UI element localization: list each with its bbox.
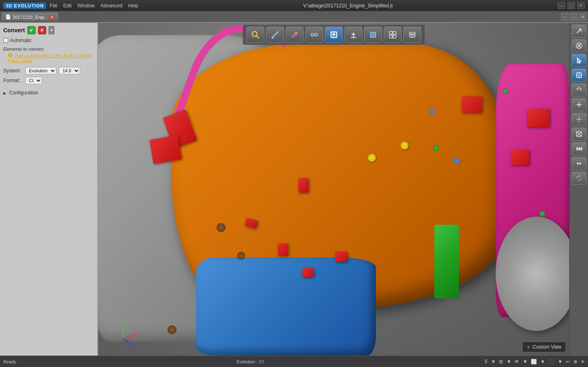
status-right[interactable]: ⊽ ▼ ⊞ ▼ 👁 ▼ ⬜ ▼ ⬛ ▼ ↩ ⊕ ✛ [484, 359, 585, 365]
blue-component [196, 257, 376, 356]
minimize-button[interactable]: − [558, 2, 565, 9]
element-dot-icon [8, 53, 12, 57]
left-panel: Convert ✔ ✕ ▼ Automatic Elements to conv… [0, 23, 98, 356]
svg-line-1 [257, 36, 259, 38]
title-bar-left: 3D EVOLUTION File Edit Window Advanced H… [3, 2, 138, 9]
doc-tab[interactable]: 📄 20171210_Engi... ✕ [2, 13, 58, 21]
toolbar-convert-button[interactable] [325, 27, 343, 43]
elements-value[interactable]: Part or Assembly, Solid, Body, Feature, … [3, 53, 94, 63]
box-icon[interactable]: ⬛ [548, 359, 554, 365]
automatic-label: Automatic [10, 38, 31, 43]
toolbar-layers-button[interactable] [403, 27, 421, 43]
ready-status: Ready [3, 359, 16, 364]
menu-edit[interactable]: Edit [63, 3, 72, 9]
sidebar-skip-button[interactable] [572, 142, 586, 155]
sidebar-add-button[interactable] [572, 98, 586, 111]
close-button[interactable]: ✕ [577, 2, 585, 9]
toolbar-upload-button[interactable] [344, 27, 362, 43]
convert-ok-button[interactable]: ✔ [27, 26, 36, 34]
toolbar-edit-button[interactable] [266, 27, 284, 43]
green-bolt-2 [433, 145, 439, 151]
menu-bar[interactable]: File Edit Window Advanced Help [49, 3, 138, 9]
svg-rect-6 [311, 34, 314, 36]
engine-scene[interactable]: + Custom View [98, 23, 569, 356]
sidebar-select-button[interactable] [572, 54, 586, 67]
system-select[interactable]: Evolution [25, 67, 56, 74]
toolbar-search-button[interactable] [246, 27, 264, 43]
crosshair-icon[interactable]: ✛ [581, 359, 585, 365]
doc-tab-close-button[interactable]: ✕ [49, 15, 54, 20]
window-controls[interactable]: − □ ✕ [558, 2, 585, 9]
menu-file[interactable]: File [49, 3, 57, 9]
svg-rect-4 [272, 37, 273, 39]
sidebar-cancel-button[interactable] [572, 39, 586, 52]
red-accent-5 [278, 244, 288, 256]
svg-rect-14 [372, 34, 374, 36]
cube-dropdown-icon[interactable]: ▼ [540, 359, 545, 365]
red-accent-9 [527, 109, 550, 127]
sidebar-rotate-button[interactable] [572, 83, 586, 96]
eye-dropdown-icon[interactable]: ▼ [523, 359, 528, 365]
yellow-bolt-2 [400, 141, 409, 150]
elements-label: Elements to convert: [3, 47, 94, 51]
green-bolt-3 [539, 211, 545, 217]
doc-tab-label: 20171210_Engi... [13, 15, 48, 20]
svg-rect-19 [409, 32, 415, 34]
filter-dropdown-icon[interactable]: ▼ [491, 359, 496, 365]
convert-cancel-button[interactable]: ✕ [38, 26, 46, 34]
sidebar-move-button[interactable] [572, 113, 586, 126]
sidebar-arrow-button[interactable] [572, 25, 586, 38]
config-arrow-icon: ▶ [3, 91, 6, 95]
svg-rect-18 [393, 35, 396, 38]
doc-tab-controls[interactable]: − □ ✕ [561, 13, 586, 20]
svg-point-0 [252, 31, 257, 36]
doc-restore-button[interactable]: □ [570, 13, 577, 20]
eye-icon[interactable]: 👁 [514, 359, 519, 365]
grid-icon[interactable]: ⊞ [499, 359, 503, 365]
doc-tab-icon: 📄 [5, 14, 11, 20]
custom-view-overlay[interactable]: + Custom View [522, 342, 566, 352]
zoom-fit-icon[interactable]: ⊕ [573, 359, 577, 365]
main-container: Convert ✔ ✕ ▼ Automatic Elements to conv… [0, 23, 588, 356]
doc-minimize-button[interactable]: − [561, 13, 568, 20]
menu-window[interactable]: Window [77, 3, 95, 9]
system-label: System: [3, 68, 23, 74]
automatic-checkbox[interactable] [3, 38, 8, 43]
status-mode: Evolution - Ct [237, 359, 264, 364]
brown-bolt-2 [237, 252, 245, 260]
format-label: Format: [3, 78, 23, 83]
toolbar-box-button[interactable] [364, 27, 382, 43]
convert-label: Convert [3, 27, 25, 34]
doc-close-button[interactable]: ✕ [579, 13, 586, 20]
configuration-section[interactable]: ▶ Configuration [3, 90, 94, 96]
sidebar-zoom-button[interactable] [572, 172, 586, 185]
red-accent-6 [335, 252, 347, 262]
sidebar-pan-button[interactable] [572, 157, 586, 170]
custom-view-label: Custom View [533, 344, 561, 350]
grid-dropdown-icon[interactable]: ▼ [506, 359, 511, 365]
toolbar [243, 25, 425, 45]
red-accent-7 [302, 268, 314, 277]
svg-marker-35 [579, 147, 582, 151]
3d-viewport[interactable]: Conversion i [98, 23, 569, 356]
undo-icon[interactable]: ↩ [566, 359, 570, 365]
sidebar-cross-button[interactable] [572, 128, 586, 141]
format-select[interactable]: Ct [25, 77, 42, 84]
cube-icon[interactable]: ⬜ [531, 359, 537, 365]
toolbar-grid-button[interactable] [384, 27, 402, 43]
filter-icon[interactable]: ⊽ [484, 359, 488, 365]
convert-dropdown-button[interactable]: ▼ [49, 26, 54, 34]
maximize-button[interactable]: □ [568, 2, 575, 9]
filepath-display: V:\ablage\20171210_Engine_Simplified.jt [303, 3, 393, 9]
format-field-row: Format: Ct [3, 77, 94, 84]
toolbar-chain-button[interactable] [305, 27, 323, 43]
sidebar-box-button[interactable] [572, 69, 586, 82]
right-sidebar [569, 23, 588, 356]
system-version-select[interactable]: 14.0 [59, 67, 80, 74]
menu-advanced[interactable]: Advanced [101, 3, 122, 9]
svg-rect-17 [389, 35, 392, 38]
menu-help[interactable]: Help [128, 3, 138, 9]
brown-bolt-1 [217, 223, 226, 232]
toolbar-tools-button[interactable] [286, 27, 304, 43]
box-dropdown-icon[interactable]: ▼ [558, 359, 563, 365]
